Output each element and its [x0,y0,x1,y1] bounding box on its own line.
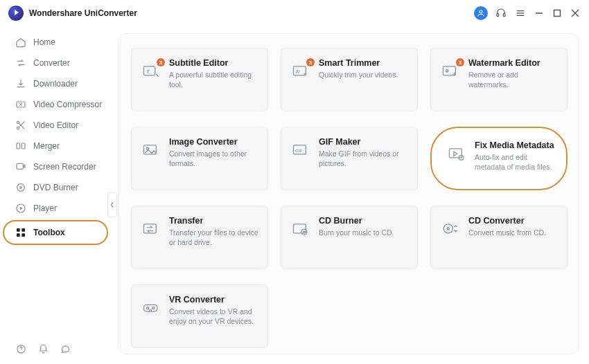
svg-point-41 [447,228,449,230]
minimize-button[interactable] [534,8,545,19]
tool-title: GIF Maker [319,137,409,147]
sidebar-item-label: DVD Burner [33,183,78,192]
sidebar-item-label: Downloader [33,79,78,89]
sidebar-item-home[interactable]: Home [0,32,112,53]
svg-text:T: T [147,69,150,75]
sidebar-item-label: Screen Recorder [33,162,96,172]
disc-icon [15,182,26,193]
svg-rect-19 [17,228,20,232]
sidebar-item-video-editor[interactable]: Video Editor [0,115,112,136]
svg-point-39 [304,231,305,233]
sidebar-item-label: Home [33,37,55,47]
watermark-icon: 3 [441,62,460,82]
sidebar-item-label: Video Compressor [33,100,102,109]
scissors-icon [15,120,26,131]
svg-point-16 [17,184,25,192]
trimmer-icon: AI 3 [291,62,310,82]
help-icon[interactable] [15,343,26,354]
sidebar-item-label: Converter [33,58,70,68]
sidebar-item-screen-recorder[interactable]: Screen Recorder [0,156,112,177]
tool-desc: Convert images to other formats. [169,149,259,168]
badge: 3 [157,58,165,66]
tool-image-converter[interactable]: Image Converter Convert images to other … [131,127,268,190]
tool-smart-trimmer[interactable]: AI 3 Smart Trimmer Quickly trim your vid… [281,48,418,111]
gif-icon: GIF [291,141,310,161]
sidebar-item-label: Toolbox [33,228,65,237]
sidebar-item-converter[interactable]: Converter [0,53,112,73]
vr-icon [141,299,161,318]
sidebar-item-dvd-burner[interactable]: DVD Burner [0,177,112,198]
sidebar-item-downloader[interactable]: Downloader [0,73,112,94]
svg-text:AI: AI [296,69,300,74]
tool-title: CD Burner [319,216,394,226]
feedback-icon[interactable] [60,343,71,354]
tool-desc: Burn your music to CD. [319,228,394,238]
svg-point-29 [446,70,448,72]
merge-icon [15,140,26,152]
tool-desc: Convert videos to VR and enjoy on your V… [169,307,259,326]
tool-gif-maker[interactable]: GIF GIF Maker Make GIF from videos or pi… [281,127,418,190]
record-icon [15,161,26,172]
sidebar: Home Converter Downloader Video Compress… [0,26,112,364]
collapse-sidebar-button[interactable] [107,192,117,217]
tool-desc: A powerful subtitle editing tool. [169,71,259,89]
svg-rect-1 [497,14,499,17]
svg-point-44 [152,307,155,309]
svg-rect-2 [503,14,505,17]
compress-icon [15,99,26,110]
converter-icon [15,57,26,69]
sidebar-item-toolbox[interactable]: Toolbox [3,220,108,245]
titlebar: Wondershare UniConverter [0,0,589,26]
svg-point-12 [17,127,19,129]
tool-desc: Remove or add watermarks. [468,71,559,89]
image-icon [141,141,161,161]
hamburger-menu-icon[interactable] [514,7,527,19]
app-title: Wondershare UniConverter [29,8,137,18]
tool-cd-converter[interactable]: CD Converter Convert music from CD. [430,206,568,269]
tool-desc: Auto-fix and edit metadata of media file… [475,153,555,172]
svg-point-11 [17,121,19,123]
svg-rect-36 [143,224,156,233]
toolbox-panel: T 3 Subtitle Editor A powerful subtitle … [118,33,579,354]
badge: 3 [306,58,315,66]
tool-title: Image Converter [169,137,259,147]
svg-rect-21 [17,233,20,237]
svg-rect-20 [21,228,25,232]
play-icon [15,203,26,214]
bell-icon[interactable] [37,343,49,354]
tool-title: Watermark Editor [468,58,559,68]
svg-text:GIF: GIF [295,148,302,153]
tool-title: CD Converter [468,216,546,226]
tool-title: Smart Trimmer [319,58,398,68]
transfer-icon [141,220,161,239]
svg-rect-14 [21,143,25,149]
tool-title: Subtitle Editor [169,58,259,68]
sidebar-item-video-compressor[interactable]: Video Compressor [0,94,112,115]
toolbox-icon [15,227,26,238]
tool-transfer[interactable]: Transfer Transfer your files to device o… [131,206,268,269]
metadata-icon [447,145,466,164]
headset-icon[interactable] [495,7,507,19]
svg-point-0 [480,10,482,13]
sidebar-item-player[interactable]: Player [0,198,112,219]
svg-rect-15 [17,163,23,169]
tool-desc: Transfer your files to device or hard dr… [169,228,259,247]
sidebar-item-merger[interactable]: Merger [0,136,112,156]
close-button[interactable] [570,8,581,19]
svg-rect-42 [143,304,157,311]
tool-grid: T 3 Subtitle Editor A powerful subtitle … [131,48,566,348]
svg-rect-22 [21,233,25,237]
tool-watermark-editor[interactable]: 3 Watermark Editor Remove or add waterma… [430,48,568,111]
subtitle-icon: T 3 [141,62,161,82]
tool-subtitle-editor[interactable]: T 3 Subtitle Editor A powerful subtitle … [131,48,268,111]
tool-fix-media-metadata[interactable]: Fix Media Metadata Auto-fix and edit met… [430,127,568,190]
cd-burner-icon [291,220,310,239]
maximize-button[interactable] [552,8,563,19]
tool-vr-converter[interactable]: VR Converter Convert videos to VR and en… [131,284,268,348]
tool-title: VR Converter [169,295,259,304]
tool-cd-burner[interactable]: CD Burner Burn your music to CD. [281,206,418,269]
svg-point-40 [443,224,452,233]
svg-rect-7 [554,10,561,17]
tool-title: Fix Media Metadata [475,140,555,150]
account-icon[interactable] [474,6,488,20]
